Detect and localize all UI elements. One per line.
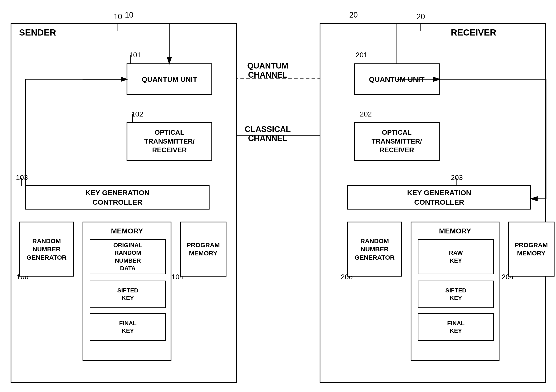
receiver-optical: OPTICAL TRANSMITTER/ RECEIVER bbox=[354, 122, 440, 161]
ref202-tick bbox=[361, 114, 361, 123]
ref201-tick bbox=[357, 55, 357, 63]
ref203-tick bbox=[456, 178, 456, 186]
ref101-tick bbox=[130, 55, 131, 63]
receiver-label: RECEIVER bbox=[451, 28, 496, 38]
ref20-tick bbox=[420, 23, 421, 31]
ref-20: 20 bbox=[349, 11, 358, 19]
ref-102: 102 bbox=[131, 110, 143, 118]
quantum-channel-label: QUANTUM CHANNEL bbox=[235, 61, 301, 80]
sender-memory: MEMORY ORIGINAL RANDOM NUMBER DATA SIFTE… bbox=[83, 222, 171, 361]
receiver-key-gen: KEY GENERATION CONTROLLER bbox=[347, 185, 531, 210]
sender-label: SENDER bbox=[19, 28, 56, 38]
ref-101: 101 bbox=[129, 51, 141, 59]
sender-rng: RANDOM NUMBER GENERATOR bbox=[19, 222, 74, 277]
ref-20-num: 20 bbox=[417, 12, 425, 21]
receiver-quantum-unit: QUANTUM UNIT bbox=[354, 63, 440, 95]
receiver-memory: MEMORY RAW KEY SIFTED KEY FINAL KEY bbox=[411, 222, 500, 361]
receiver-program-memory: PROGRAM MEMORY bbox=[508, 222, 555, 277]
sender-optical: OPTICAL TRANSMITTER/ RECEIVER bbox=[127, 122, 212, 161]
receiver-rng: RANDOM NUMBER GENERATOR bbox=[347, 222, 402, 277]
ref10-tick bbox=[117, 23, 117, 31]
ref-202: 202 bbox=[360, 110, 372, 118]
ref-10-num: 10 bbox=[114, 12, 122, 21]
ref-201: 201 bbox=[355, 51, 368, 59]
ref103-tick bbox=[21, 178, 22, 186]
ref-10: 10 bbox=[125, 11, 133, 19]
diagram-container: 10 20 SENDER RECEIVER 10 20 101 QUANTUM … bbox=[0, 0, 556, 392]
sender-quantum-unit: QUANTUM UNIT bbox=[127, 63, 212, 95]
sender-key-gen: KEY GENERATION CONTROLLER bbox=[25, 185, 209, 210]
ref-203: 203 bbox=[451, 173, 463, 182]
ref102-tick bbox=[132, 114, 133, 123]
sender-program-memory: PROGRAM MEMORY bbox=[180, 222, 226, 277]
classical-channel-label: CLASSICAL CHANNEL bbox=[235, 125, 301, 143]
ref-103: 103 bbox=[16, 173, 28, 182]
